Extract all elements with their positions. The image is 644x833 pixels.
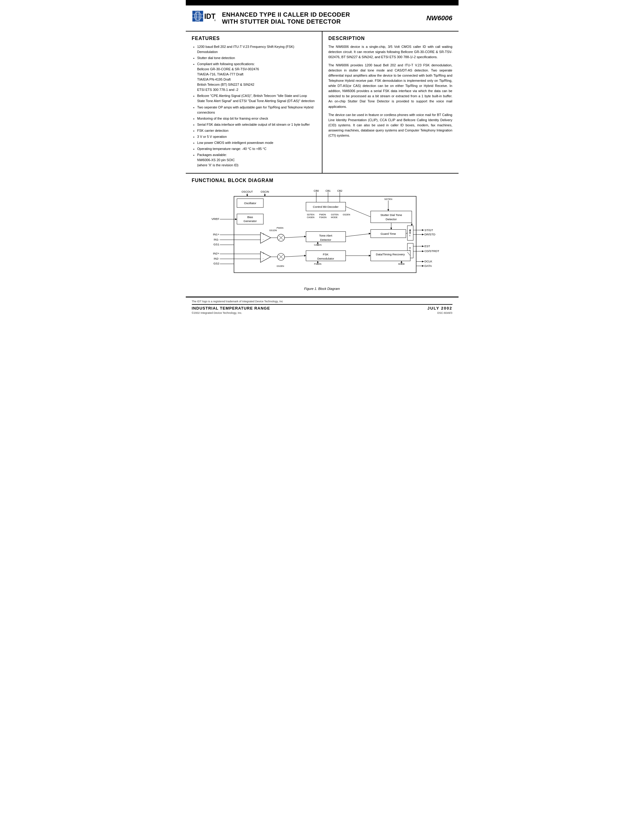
svg-marker-58 bbox=[304, 255, 306, 257]
svg-marker-36 bbox=[317, 242, 319, 244]
oscin-label: OSCIN bbox=[261, 190, 269, 193]
svg-marker-46 bbox=[422, 251, 424, 252]
block-diagram-section: FUNCTIONAL BLOCK DIAGRAM OSCOUT OSCIN CB… bbox=[186, 174, 459, 297]
svg-text:IDT: IDT bbox=[204, 13, 215, 20]
footer-copyright: ©2002 Integrated Device Technology, Inc.… bbox=[192, 311, 452, 314]
gs1-pin: GS1 bbox=[213, 243, 219, 246]
svg-marker-34 bbox=[304, 236, 306, 238]
sdten-top-label: SDTEN bbox=[384, 198, 392, 201]
svg-marker-70 bbox=[390, 228, 392, 230]
plus-sign2: + bbox=[263, 252, 264, 255]
pwdn-sig2: PWDN bbox=[276, 227, 283, 229]
list-item: Bellcore "CPE Alerting Signal (CAS)", Br… bbox=[197, 93, 316, 104]
fsk-label1: FSK bbox=[323, 252, 328, 256]
data-pin: DATA bbox=[424, 264, 432, 267]
in2plus-pin: IN2+ bbox=[213, 252, 219, 255]
list-item: Monitoring of the stop bit for framing e… bbox=[197, 116, 316, 121]
part-number: NW6006 bbox=[427, 14, 452, 22]
desc-para-3: The device can be used in feature or cor… bbox=[328, 113, 452, 138]
logo-area: IDT ® bbox=[192, 9, 216, 27]
svg-marker-14 bbox=[246, 195, 248, 196]
mux1-x: X bbox=[409, 235, 411, 236]
opamp2 bbox=[260, 251, 270, 262]
features-section: FEATURES 1200 baud Bell 202 and ITU-T V.… bbox=[186, 32, 322, 173]
svg-marker-42 bbox=[422, 233, 424, 235]
mux2-m: M bbox=[409, 247, 411, 249]
pwdn-sig: PWDN bbox=[319, 213, 326, 216]
drstd-pin: DR/STD bbox=[424, 233, 435, 236]
list-item: 1200 baud Bell 202 and ITU-T V.23 Freque… bbox=[197, 44, 316, 55]
svg-line-33 bbox=[284, 236, 306, 238]
copyright-text: ©2002 Integrated Device Technology, Inc. bbox=[192, 311, 242, 314]
stutter-label2: Detector bbox=[385, 217, 397, 221]
mode-sig1: MODE bbox=[331, 216, 338, 219]
figure-caption: Figure 1. Block Diagram bbox=[192, 287, 452, 291]
stgt-pin: ST/GT bbox=[424, 228, 433, 232]
in2minus-pin: IN2- bbox=[214, 257, 219, 260]
block-diagram-title: FUNCTIONAL BLOCK DIAGRAM bbox=[192, 178, 452, 183]
oscout-label: OSCOUT bbox=[242, 190, 253, 193]
svg-text:®: ® bbox=[214, 19, 216, 22]
features-list: 1200 baud Bell 202 and ITU-T V.23 Freque… bbox=[192, 44, 316, 168]
list-item: Compliant with following specifications:… bbox=[197, 61, 316, 92]
title-line1: ENHANCED TYPE II CALLER ID DECODER bbox=[222, 11, 350, 18]
control-bit-label: Control Bit Decoder bbox=[313, 205, 338, 208]
fsk-label2: Demodulator bbox=[317, 257, 334, 260]
svg-marker-26 bbox=[235, 219, 237, 220]
list-item: Low power CMOS with intelligent powerdow… bbox=[197, 140, 316, 145]
svg-marker-38 bbox=[369, 233, 370, 235]
gs2-pin: GS2 bbox=[213, 262, 219, 265]
fsken-sig1: FSKEN bbox=[319, 216, 327, 219]
list-item: 3 V or 5 V operation bbox=[197, 134, 316, 139]
trademark-text: The IDT logo is a registered trademark o… bbox=[192, 300, 452, 303]
cb0-label: CB0 bbox=[314, 189, 319, 192]
diagram-container: OSCOUT OSCIN CB0 CB1 CB2 Oscillator Bias… bbox=[192, 188, 452, 285]
list-item: FSK carrier detection bbox=[197, 128, 316, 133]
oscillator-label: Oscillator bbox=[244, 201, 256, 205]
svg-line-37 bbox=[346, 233, 370, 236]
list-item: Two seperate OP amps with adjustable gai… bbox=[197, 105, 316, 115]
tone-alert-label1: Tone Alert bbox=[319, 234, 332, 237]
svg-line-57 bbox=[284, 256, 306, 257]
data-timing-label1: Data/Timing Recovery bbox=[376, 252, 405, 256]
bias-gen-label2: Generator bbox=[243, 219, 257, 223]
minus-sign2: - bbox=[263, 257, 264, 260]
opamp1 bbox=[260, 232, 270, 243]
dclk-pin: DCLK bbox=[424, 260, 432, 263]
cb1-label: CB1 bbox=[325, 189, 330, 192]
mux1-u: U bbox=[409, 232, 411, 234]
casen-sig: CASEN bbox=[307, 216, 314, 219]
in1plus-pin: IN1+ bbox=[213, 233, 219, 236]
in1minus-pin: IN1- bbox=[214, 238, 219, 241]
guard-time-label: Guard Time bbox=[380, 232, 396, 235]
description-text: The NW6006 device is a single-chip, 3/5 … bbox=[328, 44, 452, 138]
svg-marker-40 bbox=[422, 229, 424, 231]
svg-line-66 bbox=[406, 233, 407, 233]
footer-bottom: INDUSTRIAL TEMPERATURE RANGE JULY 2002 bbox=[192, 304, 452, 310]
temp-range: INDUSTRIAL TEMPERATURE RANGE bbox=[192, 306, 270, 310]
svg-marker-23 bbox=[387, 209, 389, 211]
gs2en-sig: GS2EN bbox=[343, 213, 350, 216]
svg-marker-68 bbox=[411, 224, 412, 226]
header: IDT ® ENHANCED TYPE II CALLER ID DECODER… bbox=[186, 5, 459, 32]
minus-sign1: - bbox=[263, 238, 264, 241]
cdstrdt-pin: CD/STRDT bbox=[424, 249, 439, 252]
top-black-bar bbox=[186, 0, 459, 5]
date: JULY 2002 bbox=[427, 306, 452, 310]
gs1dn-sig: GS1DN bbox=[269, 229, 277, 232]
stutter-block bbox=[370, 211, 412, 223]
title-line2: WITH STUTTER DIAL TONE DETECTOR bbox=[222, 18, 341, 25]
cb2-label: CB2 bbox=[337, 189, 342, 192]
svg-marker-50 bbox=[422, 265, 424, 267]
list-item: Packages available: NW6006-XS 20 pin SOI… bbox=[197, 152, 316, 168]
description-section: DESCRIPTION The NW6006 device is a singl… bbox=[322, 32, 459, 173]
list-item: Stutter dial tone detection bbox=[197, 55, 316, 61]
svg-marker-64 bbox=[369, 255, 370, 257]
sdten-sig: SDTEN bbox=[307, 213, 314, 216]
svg-marker-15 bbox=[264, 195, 266, 196]
tone-alert-label2: Detector bbox=[320, 238, 331, 241]
features-title: FEATURES bbox=[192, 36, 316, 41]
stutter-label1: Stutter Dial Tone bbox=[380, 213, 402, 217]
list-item: Operating temperature range: -40 °C to +… bbox=[197, 146, 316, 151]
svg-marker-60 bbox=[317, 261, 319, 263]
